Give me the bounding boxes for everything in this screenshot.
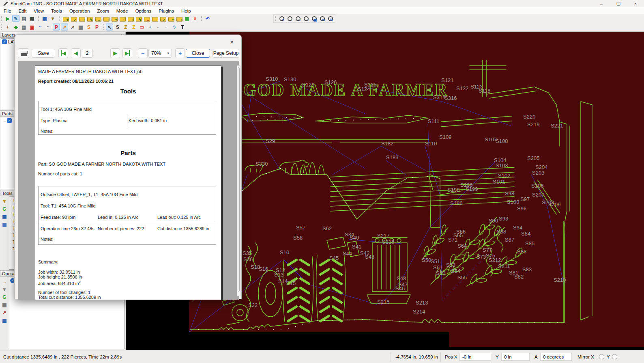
previous-page-button[interactable]: ◀ bbox=[71, 48, 81, 58]
set-origin-icon[interactable]: + bbox=[4, 24, 11, 30]
tool-grid-icon[interactable]: G bbox=[1, 205, 8, 212]
new-job-icon[interactable] bbox=[62, 15, 69, 22]
zoom-in-button[interactable]: + bbox=[175, 48, 185, 58]
save-job-as-icon[interactable] bbox=[102, 15, 109, 22]
op-tool-icon[interactable]: ▼ bbox=[1, 286, 8, 293]
op-grid-x-icon[interactable]: ▦ bbox=[1, 301, 8, 308]
tools-panel-title: Tools bbox=[2, 191, 13, 196]
edit-part-icon[interactable] bbox=[135, 15, 142, 22]
zoom-out-icon[interactable] bbox=[286, 15, 293, 22]
last-page-button[interactable]: ▶ bbox=[122, 48, 132, 58]
path-rules-icon[interactable]: ~ bbox=[36, 24, 44, 30]
report-preview-area[interactable]: MADE A FARMER NORTH DAKOTA WITH TEXT.job… bbox=[18, 61, 239, 300]
layers-icon[interactable]: ◆ bbox=[12, 24, 19, 30]
spark-mode-icon[interactable]: ϟ bbox=[171, 24, 178, 30]
delete-icon[interactable]: × bbox=[191, 15, 199, 22]
plate-mode-icon[interactable]: ▫ bbox=[155, 24, 162, 30]
first-page-button[interactable]: ◀ bbox=[58, 48, 68, 58]
post-table-icon[interactable]: ▦ bbox=[183, 15, 191, 22]
menu-file[interactable]: File bbox=[0, 9, 15, 13]
angle-field[interactable]: 0 degrees bbox=[540, 353, 572, 361]
zoom-sheet-icon[interactable] bbox=[310, 15, 318, 22]
contour-mode-icon[interactable]: Z bbox=[122, 24, 129, 30]
select-mode-icon[interactable]: ↖ bbox=[106, 24, 113, 30]
part-shape-icon[interactable]: P bbox=[93, 24, 101, 30]
open-job-icon[interactable]: ▶ bbox=[4, 15, 11, 22]
path-edit-icon[interactable]: ~ bbox=[45, 24, 52, 30]
menu-operation[interactable]: Operation bbox=[66, 9, 94, 13]
menu-help[interactable]: Help bbox=[178, 9, 195, 13]
zoom-level-select[interactable]: 70% ▾ bbox=[148, 49, 172, 58]
pos-x-field[interactable]: -0 in bbox=[459, 353, 491, 361]
rotate-part-mode-icon[interactable]: ↗ bbox=[69, 24, 76, 30]
undo-icon[interactable]: ↶ bbox=[204, 15, 211, 22]
layer-checkbox[interactable]: ✓ bbox=[2, 39, 7, 44]
text-mode-icon[interactable]: T bbox=[179, 24, 186, 30]
save-button[interactable]: Save bbox=[32, 49, 55, 58]
move-part-mode-icon[interactable]: ↗ bbox=[61, 24, 68, 30]
save-part-icon[interactable] bbox=[127, 15, 134, 22]
fast-contour-mode-icon[interactable]: Z bbox=[130, 24, 137, 30]
menu-tools[interactable]: Tools bbox=[47, 9, 66, 13]
pos-y-field[interactable]: 0 in bbox=[501, 353, 530, 361]
tool-table-icon[interactable]: ▦ bbox=[1, 213, 8, 220]
menu-options[interactable]: Options bbox=[132, 9, 155, 13]
save-job-icon[interactable] bbox=[78, 15, 85, 22]
op-insert-icon[interactable]: → bbox=[1, 278, 8, 285]
open-job-file-icon[interactable] bbox=[70, 15, 77, 22]
zoom-window-icon[interactable] bbox=[294, 15, 301, 22]
path-mode-icon[interactable]: ▭ bbox=[138, 24, 146, 30]
part-options-icon[interactable]: ▣ bbox=[28, 24, 36, 30]
menu-view[interactable]: View bbox=[30, 9, 47, 13]
start-point-mode-icon[interactable]: S bbox=[114, 24, 121, 30]
copy-job-icon[interactable] bbox=[94, 15, 101, 22]
edit-job-file-icon[interactable] bbox=[86, 15, 93, 22]
menu-zoom[interactable]: Zoom bbox=[93, 9, 112, 13]
zoom-refresh-icon[interactable] bbox=[326, 15, 334, 22]
reload-part-icon[interactable] bbox=[159, 15, 166, 22]
zoom-part-icon[interactable] bbox=[318, 15, 326, 22]
tool-alert-icon[interactable]: ▦ bbox=[1, 221, 8, 228]
close-dialog-button[interactable]: Close bbox=[186, 49, 210, 58]
new-part-icon[interactable] bbox=[110, 15, 118, 22]
minimize-button[interactable]: – bbox=[593, 0, 610, 7]
export-part-icon[interactable] bbox=[151, 15, 158, 22]
insert-part-icon[interactable] bbox=[167, 15, 174, 22]
import-part-icon[interactable] bbox=[143, 15, 150, 22]
menu-plugins[interactable]: Plugins bbox=[155, 9, 178, 13]
page-setup-button[interactable]: Page Setup bbox=[213, 49, 239, 58]
op-pen-icon[interactable]: ↗ bbox=[1, 309, 8, 316]
zoom-in-icon[interactable] bbox=[278, 15, 285, 22]
select-box-mode-icon[interactable]: ▫ bbox=[163, 24, 170, 30]
menu-mode[interactable]: Mode bbox=[113, 9, 132, 13]
page-number-input[interactable] bbox=[82, 49, 92, 58]
mirror-y-checkbox[interactable] bbox=[612, 354, 617, 359]
run-post-icon[interactable]: ▼ bbox=[49, 15, 56, 22]
print-icon[interactable]: ▦ bbox=[28, 15, 36, 22]
next-page-button[interactable]: ▶ bbox=[110, 48, 120, 58]
pan-mode-icon[interactable]: + bbox=[146, 24, 154, 30]
zoom-drawing-icon[interactable] bbox=[302, 15, 309, 22]
preview-scrollbar[interactable] bbox=[237, 65, 240, 296]
remove-part-icon[interactable] bbox=[118, 15, 126, 22]
edit-part-mode-icon[interactable]: P bbox=[53, 24, 60, 30]
edit-job-icon[interactable]: ✎ bbox=[12, 15, 19, 22]
dialog-close-icon[interactable]: × bbox=[228, 38, 236, 45]
print-preview-icon[interactable]: ▤ bbox=[20, 15, 28, 22]
preview-scrollbar-thumb[interactable] bbox=[238, 67, 240, 292]
part-checkbox[interactable]: ✓ bbox=[7, 118, 12, 123]
close-button[interactable]: × bbox=[627, 0, 644, 7]
menu-edit[interactable]: Edit bbox=[15, 9, 30, 13]
op-grid-icon[interactable]: G bbox=[1, 294, 8, 300]
printer-icon[interactable] bbox=[18, 48, 29, 58]
new-tool-icon[interactable]: ▼ bbox=[1, 198, 8, 205]
mirror-x-checkbox[interactable] bbox=[599, 354, 604, 359]
zoom-out-button[interactable]: − bbox=[138, 48, 148, 58]
op-table-icon[interactable]: ▦ bbox=[1, 317, 8, 324]
nest-parts-icon[interactable] bbox=[175, 15, 182, 22]
calculator-icon[interactable]: ▦ bbox=[41, 15, 48, 22]
start-points-icon[interactable]: S bbox=[85, 24, 92, 30]
maximize-button[interactable]: ▢ bbox=[610, 0, 627, 7]
job-options-icon[interactable]: ▤ bbox=[20, 24, 28, 30]
machine-setup-icon[interactable]: ▦ bbox=[77, 24, 84, 30]
